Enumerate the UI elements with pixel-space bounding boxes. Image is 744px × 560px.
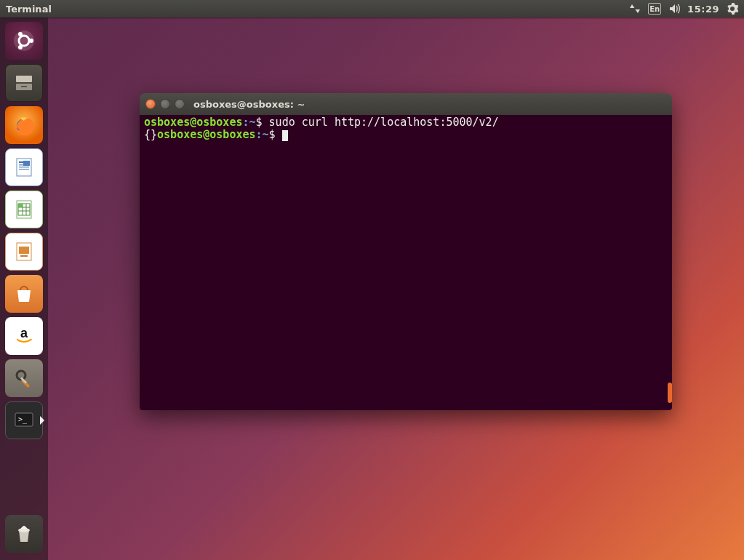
launcher-firefox[interactable]: [5, 106, 43, 144]
writer-doc-icon: [12, 156, 36, 179]
terminal-line: {}osboxes@osboxes:~$: [144, 129, 668, 141]
launcher-ubuntu-software[interactable]: [5, 275, 43, 313]
launcher-libreoffice-writer[interactable]: [5, 148, 43, 186]
terminal-window: osboxes@osboxes: ~ osboxes@osboxes:~$ su…: [140, 93, 672, 410]
terminal-body[interactable]: osboxes@osboxes:~$ sudo curl http://loca…: [140, 115, 672, 410]
wrench-gear-icon: [12, 367, 36, 390]
active-app-title: Terminal: [6, 4, 52, 15]
calc-doc-icon: [12, 198, 36, 221]
file-drawer-icon: [12, 71, 36, 95]
network-indicator[interactable]: [629, 3, 641, 15]
speaker-icon: [668, 3, 680, 15]
launcher-amazon[interactable]: a: [5, 317, 43, 355]
terminal-icon: >_: [12, 409, 36, 432]
terminal-cursor: [282, 130, 288, 141]
window-minimize-button[interactable]: [160, 99, 170, 109]
svg-rect-13: [19, 169, 29, 170]
launcher-trash[interactable]: [5, 515, 43, 553]
svg-rect-21: [18, 204, 23, 207]
svg-rect-23: [19, 247, 29, 254]
launcher-dash[interactable]: [5, 22, 43, 60]
scrollbar-thumb[interactable]: [668, 383, 672, 403]
launcher-terminal[interactable]: >_: [5, 401, 43, 439]
launcher-libreoffice-calc[interactable]: [5, 191, 43, 228]
keyboard-layout-label: En: [648, 3, 661, 15]
window-close-button[interactable]: [145, 99, 156, 109]
svg-rect-24: [20, 255, 28, 257]
sound-indicator[interactable]: [668, 3, 680, 15]
shopping-bag-icon: [12, 282, 36, 305]
terminal-output: {}: [144, 128, 157, 141]
session-indicator[interactable]: [727, 3, 738, 15]
svg-rect-12: [19, 167, 29, 168]
impress-doc-icon: [12, 240, 36, 263]
launcher-libreoffice-impress[interactable]: [5, 233, 43, 271]
svg-rect-5: [16, 76, 32, 82]
svg-point-4: [18, 45, 23, 49]
firefox-icon: [12, 113, 36, 137]
launcher: a >_: [0, 17, 48, 560]
window-titlebar[interactable]: osboxes@osboxes: ~: [140, 93, 672, 115]
network-updown-icon: [629, 3, 641, 15]
ubuntu-logo-icon: [12, 29, 36, 52]
svg-rect-7: [21, 86, 27, 87]
clock-indicator[interactable]: 15:29: [687, 4, 719, 15]
keyboard-indicator[interactable]: En: [648, 3, 661, 15]
window-maximize-button[interactable]: [175, 99, 185, 109]
svg-text:a: a: [20, 326, 28, 340]
launcher-system-settings[interactable]: [5, 359, 43, 397]
top-menu-bar: Terminal En 15:29: [0, 0, 744, 17]
trash-icon: [12, 522, 36, 545]
terminal-line: osboxes@osboxes:~$ sudo curl http://loca…: [144, 116, 668, 129]
launcher-files[interactable]: [5, 64, 43, 102]
svg-rect-14: [23, 161, 30, 166]
amazon-icon: a: [12, 324, 36, 348]
window-title: osboxes@osboxes: ~: [193, 99, 305, 110]
svg-point-3: [18, 32, 23, 36]
svg-point-2: [29, 39, 33, 43]
gear-icon: [727, 3, 738, 15]
svg-text:>_: >_: [18, 415, 28, 424]
